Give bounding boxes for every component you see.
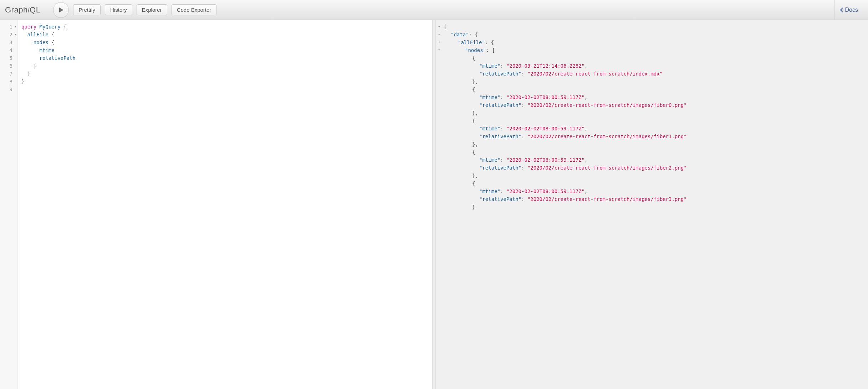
line-number: 2▾ bbox=[0, 31, 17, 38]
play-icon bbox=[58, 7, 64, 13]
result-line: { bbox=[444, 117, 866, 125]
workspace: 1▾2▾3456789 query MyQuery { allFile { no… bbox=[0, 20, 868, 389]
explorer-button[interactable]: Explorer bbox=[137, 4, 167, 15]
result-line: "mtime": "2020-02-02T08:00:59.117Z", bbox=[444, 156, 866, 164]
title-suffix: QL bbox=[30, 5, 40, 14]
result-pane: ▾▾▾▾ {"data": {"allFile": {"nodes": [{"m… bbox=[436, 20, 868, 389]
line-number: 7 bbox=[0, 70, 17, 78]
fold-triangle-icon[interactable]: ▾ bbox=[436, 23, 444, 31]
docs-toggle[interactable]: Docs bbox=[834, 0, 863, 20]
query-editor[interactable]: query MyQuery { allFile { nodes { mtime … bbox=[18, 20, 432, 389]
execute-button[interactable] bbox=[53, 2, 69, 18]
result-line: { bbox=[444, 23, 866, 31]
line-number: 9 bbox=[0, 85, 17, 93]
title-prefix: Graph bbox=[5, 5, 28, 14]
topbar: GraphiQL Prettify History Explorer Code … bbox=[0, 0, 868, 20]
resize-handle[interactable] bbox=[432, 20, 436, 389]
fold-triangle-icon[interactable]: ▾ bbox=[14, 31, 17, 38]
line-number: 4 bbox=[0, 46, 17, 54]
code-line: } bbox=[21, 78, 428, 85]
line-number: 8 bbox=[0, 78, 17, 85]
result-line: } bbox=[444, 203, 866, 211]
prettify-button[interactable]: Prettify bbox=[73, 4, 101, 15]
result-fold-gutter: ▾▾▾▾ bbox=[436, 20, 444, 389]
line-number: 1▾ bbox=[0, 23, 17, 31]
code-line: mtime bbox=[21, 46, 428, 54]
fold-triangle-icon[interactable]: ▾ bbox=[436, 46, 444, 54]
result-line: "relativePath": "2020/02/create-react-fr… bbox=[444, 70, 866, 78]
code-line: } bbox=[21, 70, 428, 78]
fold-triangle-icon[interactable]: ▾ bbox=[436, 31, 444, 38]
svg-marker-0 bbox=[59, 7, 63, 12]
result-line: "mtime": "2020-03-21T12:14:06.228Z", bbox=[444, 62, 866, 70]
code-line: relativePath bbox=[21, 54, 428, 62]
chevron-left-icon bbox=[839, 7, 844, 13]
code-line: allFile { bbox=[21, 31, 428, 38]
result-line: "relativePath": "2020/02/create-react-fr… bbox=[444, 195, 866, 203]
result-viewer[interactable]: {"data": {"allFile": {"nodes": [{"mtime"… bbox=[444, 20, 868, 389]
docs-label: Docs bbox=[845, 7, 858, 13]
result-line: { bbox=[444, 148, 866, 156]
result-line: "mtime": "2020-02-02T08:00:59.117Z", bbox=[444, 93, 866, 101]
line-number: 6 bbox=[0, 62, 17, 70]
code-line: query MyQuery { bbox=[21, 23, 428, 31]
result-line: "relativePath": "2020/02/create-react-fr… bbox=[444, 164, 866, 172]
app-title: GraphiQL bbox=[5, 5, 40, 15]
code-line: } bbox=[21, 62, 428, 70]
result-line: }, bbox=[444, 140, 866, 148]
result-line: "allFile": { bbox=[444, 38, 866, 46]
result-line: { bbox=[444, 180, 866, 187]
result-line: { bbox=[444, 54, 866, 62]
line-gutter: 1▾2▾3456789 bbox=[0, 20, 18, 389]
query-editor-pane: 1▾2▾3456789 query MyQuery { allFile { no… bbox=[0, 20, 432, 389]
code-line: nodes { bbox=[21, 38, 428, 46]
code-exporter-button[interactable]: Code Exporter bbox=[172, 4, 217, 15]
result-line: "data": { bbox=[444, 31, 866, 38]
result-line: "nodes": [ bbox=[444, 46, 866, 54]
result-line: }, bbox=[444, 172, 866, 180]
result-line: "relativePath": "2020/02/create-react-fr… bbox=[444, 133, 866, 140]
line-number: 5 bbox=[0, 54, 17, 62]
fold-triangle-icon[interactable]: ▾ bbox=[14, 23, 17, 31]
result-line: { bbox=[444, 85, 866, 93]
result-line: }, bbox=[444, 109, 866, 117]
line-number: 3 bbox=[0, 38, 17, 46]
fold-triangle-icon[interactable]: ▾ bbox=[436, 38, 444, 46]
result-line: "mtime": "2020-02-02T08:00:59.117Z", bbox=[444, 187, 866, 195]
result-line: "mtime": "2020-02-02T08:00:59.117Z", bbox=[444, 125, 866, 133]
result-line: "relativePath": "2020/02/create-react-fr… bbox=[444, 101, 866, 109]
history-button[interactable]: History bbox=[105, 4, 132, 15]
result-line: }, bbox=[444, 78, 866, 85]
